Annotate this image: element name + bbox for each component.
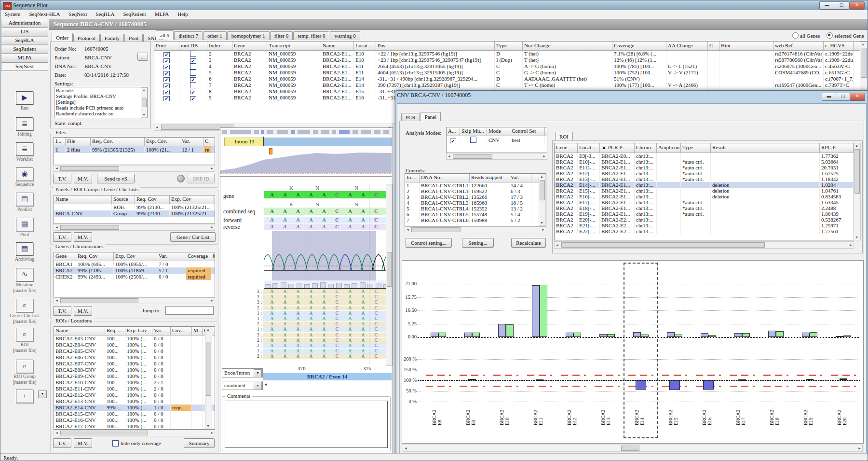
sidebar-tool-roi-group[interactable]: ⌕ROI Group[master file] bbox=[0, 360, 49, 385]
settings-scrollbar[interactable]: ▲▼ bbox=[141, 87, 148, 118]
checkbox-icon[interactable] bbox=[190, 63, 196, 70]
sidebar-tool-run[interactable]: ▶Run bbox=[0, 91, 49, 111]
table-row[interactable]: CHEK299% (2493...100% (2500/...0 / 0requ… bbox=[54, 274, 215, 280]
column-header[interactable]: I... bbox=[54, 138, 66, 146]
table-row[interactable]: BRCA1100% (695...100% (6956/...7 / 0 bbox=[54, 261, 215, 267]
column-header[interactable]: Req. Cov. bbox=[91, 138, 145, 146]
table-row[interactable]: ✔CNVbest bbox=[447, 136, 547, 144]
checkbox-icon[interactable]: ✔ bbox=[163, 52, 170, 57]
radio-selected-gene[interactable]: selected Gene bbox=[827, 33, 864, 39]
table-row[interactable]: BRCA2E12[-...BRCA2-E1...chr13:...*auto c… bbox=[555, 170, 854, 176]
sidebar-tool-gene-chr-list[interactable]: ⌕Gene / Chr List[master file] bbox=[0, 299, 49, 324]
table-row[interactable]: BRCA2-E11-CNV100...100% (...2 / 0 bbox=[54, 386, 215, 392]
column-header[interactable]: C bbox=[203, 138, 211, 146]
table-row[interactable]: BRCA2E13[-...BRCA2-E1...chr13:...*auto c… bbox=[555, 176, 854, 182]
jump-to-input[interactable] bbox=[165, 306, 214, 315]
table-row[interactable]: BRCA2E19[-...BRCA2-E1...chr13:...*auto c… bbox=[555, 211, 854, 217]
table-row[interactable]: BRCA299% (1185...100% (11869...5 / 1requ… bbox=[54, 267, 215, 274]
table-row[interactable]: 2BRCA1-CNV-CTRL101595226 / 3 bbox=[405, 188, 546, 194]
table-row[interactable]: BRCA2E10[-...BRCA2-E1...chr13:...*auto c… bbox=[555, 159, 854, 165]
checkbox-icon[interactable]: ✔ bbox=[163, 71, 170, 76]
table-row[interactable]: ✔✔3BRCA2NM_000059BRCA2-E1...E10+23 / 1bp… bbox=[154, 57, 868, 63]
gene-chr-list-button[interactable]: Gene / Chr List bbox=[170, 232, 216, 242]
settings-box[interactable]: Barcode:Settings Profile: BRCA-CNV[Setti… bbox=[54, 87, 148, 118]
column-header[interactable]: In... bbox=[405, 174, 420, 182]
table-row[interactable]: BRCA2E16[-...BRCA2-E1...chr13:...deletio… bbox=[555, 194, 854, 199]
setting-button[interactable]: Setting... bbox=[462, 238, 494, 248]
menu-item-mlpa[interactable]: MLPA bbox=[150, 10, 174, 18]
table-row[interactable]: ✔5BRCA2NM_000059BRCA2-E1...E114604 (6513… bbox=[154, 70, 868, 76]
table-row[interactable]: ROIs99% (2130...100% (21325/21... bbox=[54, 204, 215, 210]
filter-tab-distinct-[interactable]: distinct 7 bbox=[174, 31, 203, 40]
column-header[interactable]: M... bbox=[192, 327, 203, 335]
filter-tab-homopolymer-[interactable]: homopolymer 1 bbox=[227, 31, 270, 40]
checkbox-icon[interactable] bbox=[470, 137, 476, 143]
column-header[interactable]: Locat... bbox=[354, 42, 376, 50]
sidebar-tool-poollist[interactable]: ▤Poollist bbox=[0, 193, 49, 212]
column-header[interactable]: Var. bbox=[180, 138, 203, 146]
dropdown-combined[interactable]: combined▼ bbox=[222, 381, 263, 390]
sequence-viewer[interactable]: Intron 13KNNAAAAACAACKNNAAAAACAACAAAAACA… bbox=[220, 127, 393, 455]
table-row[interactable]: 12 files99% (21305/21325)100% (21...12 /… bbox=[54, 146, 215, 153]
genes-tv-button[interactable]: T.V. bbox=[53, 306, 71, 316]
summary-button[interactable]: Summary bbox=[184, 438, 215, 448]
sidebar-item-seqpatient[interactable]: SeqPatient bbox=[1, 45, 48, 54]
cnv-window[interactable]: CNV BRCA-CNV / 160740005 ▬ ▢ ✕ PCRPanel … bbox=[395, 90, 868, 461]
column-header[interactable]: Var. bbox=[157, 252, 186, 261]
table-row[interactable]: BRCA2E20[-...BRCA2-E2...chr13:...0.53826… bbox=[555, 217, 854, 223]
maximize-icon[interactable]: ▢ bbox=[834, 1, 849, 10]
analysis-modes-hscrollbar[interactable]: ◄► bbox=[446, 153, 547, 160]
checkbox-icon[interactable] bbox=[190, 70, 196, 76]
checkbox-icon[interactable]: ✔ bbox=[163, 96, 170, 101]
table-row[interactable]: BRCA2-E14-CNV99% ...100% (...1 / 0requ..… bbox=[54, 405, 215, 411]
table-row[interactable]: ✔✔6BRCA2NM_000059BRCA2-E1...E14-31..+31 … bbox=[154, 76, 868, 82]
sidebar-tool-archiving[interactable]: ▤Archiving bbox=[0, 242, 49, 262]
column-header[interactable]: Control Set bbox=[510, 127, 545, 136]
column-header[interactable]: RPC P. bbox=[820, 143, 854, 153]
table-row[interactable]: BRCA2-E10-CNV100...100% (...2 / 1 bbox=[54, 379, 215, 386]
minimize-icon[interactable]: ▬ bbox=[819, 1, 835, 10]
column-header[interactable]: C... bbox=[708, 42, 719, 50]
table-row[interactable]: BRCA2-E07-CNV100...100% (...0 / 0 bbox=[54, 361, 215, 367]
column-header[interactable]: Exp. Cov bbox=[170, 196, 214, 204]
table-row[interactable]: BRCA2-E08-CNV100...100% (...0 / 0 bbox=[54, 367, 215, 373]
analysis-modes-table[interactable]: A...Skip Mu...ModeControl Set✔CNVbest bbox=[446, 127, 547, 153]
table-row[interactable]: BRCA2-E05-CNV100...100% (...0 / 0 bbox=[54, 348, 215, 354]
column-header[interactable]: Req. Cov bbox=[135, 196, 170, 204]
table-row[interactable]: 3BRCA1-CNV-CTRL213526617 / 3 bbox=[405, 194, 546, 200]
rois-hscrollbar[interactable]: ◄► bbox=[54, 430, 215, 436]
column-header[interactable]: Transcript bbox=[267, 42, 321, 50]
column-header[interactable]: Name bbox=[321, 42, 354, 50]
snp-id-button[interactable]: SNP ID bbox=[188, 174, 215, 183]
scroll-thumb[interactable] bbox=[387, 252, 392, 287]
sidebar-item-seqnext[interactable]: SeqNext bbox=[1, 62, 48, 71]
rois-tv-button[interactable]: T.V. bbox=[53, 438, 71, 448]
panels-tv-button[interactable]: T.V. bbox=[53, 232, 71, 242]
filter-tab-warning-[interactable]: warning 0 bbox=[330, 31, 360, 40]
checkbox-icon[interactable]: ✔ bbox=[163, 77, 170, 82]
table-row[interactable]: BRCA2E17[-...BRCA2-E1...chr13:...*auto c… bbox=[555, 199, 854, 205]
cnv-minimize-icon[interactable]: ▬ bbox=[822, 93, 836, 101]
table-row[interactable]: BRCA2E22[-...BRCA2-E2...chr13:...1.77561 bbox=[555, 228, 854, 234]
table-row[interactable]: BRCA-CNVGroup99% (2130...100% (21325/21.… bbox=[54, 210, 215, 217]
column-header[interactable]: Print bbox=[154, 42, 179, 50]
column-header[interactable]: Exp. Cov. bbox=[145, 138, 180, 146]
checkbox-icon[interactable] bbox=[190, 51, 196, 57]
hide-only-coverage-checkbox[interactable] bbox=[112, 440, 119, 447]
table-row[interactable]: BRCA2E11[-...BRCA2-E1...chr13:...*auto c… bbox=[555, 165, 854, 170]
controls-table[interactable]: In...DNA No.Reads mappedVar.1BRCA1-CNV-C… bbox=[405, 173, 546, 226]
column-header[interactable]: Exp. Cov bbox=[125, 327, 152, 335]
column-header[interactable]: A... bbox=[447, 127, 460, 136]
menu-item-seqhla[interactable]: SeqHLA bbox=[91, 10, 119, 18]
roi-tab[interactable]: ROI bbox=[555, 132, 573, 141]
checkbox-icon[interactable]: ✔ bbox=[190, 58, 196, 63]
recalculate-button[interactable]: Recalculate bbox=[511, 238, 546, 248]
checkbox-icon[interactable]: ✔ bbox=[190, 77, 196, 82]
column-header[interactable]: Mode bbox=[487, 127, 510, 136]
checkbox-icon[interactable]: ✔ bbox=[450, 139, 456, 144]
cnv-tab-panel[interactable]: Panel bbox=[420, 112, 441, 121]
table-row[interactable]: 7BRCA1-CNV-CTRL61509885 / 2 bbox=[405, 217, 546, 223]
column-header[interactable]: Hint bbox=[719, 42, 773, 50]
column-header[interactable]: AA Change bbox=[666, 42, 708, 50]
sidebar-tool-roi[interactable]: ⌕ROI[master file] bbox=[0, 328, 49, 353]
